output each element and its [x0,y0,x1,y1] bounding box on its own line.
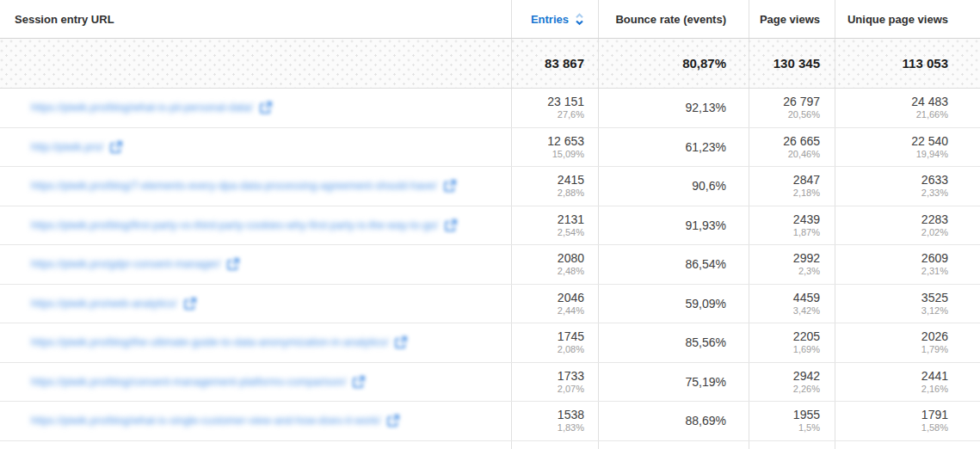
session-entry-url-link[interactable]: https://piwik.pro/blog/what-is-pii-perso… [31,101,253,114]
bounce-rate-cell: 91,93% [598,206,749,245]
bounce-rate-cell: 85,56% [598,323,749,362]
page-views-cell: 2942 2,26% [749,363,835,402]
session-entry-url-link[interactable]: https://piwik.pro/blog/7-elements-every-… [31,180,437,192]
entries-value: 1745 [558,329,584,344]
session-entry-url-link[interactable]: https://piwik.pro/gdpr-consent-manager/ [31,258,220,270]
table-row: http://piwik.pro/ 12 653 15,09% 61,23% 2… [0,128,980,168]
unique-page-views-share: 3,12% [921,305,948,317]
table-row: https://piwik.pro/web-analytics/ 2046 2,… [0,285,980,324]
column-header-entries[interactable]: Entries [511,0,598,38]
external-link-icon[interactable] [445,219,457,231]
external-link-icon[interactable] [110,141,122,153]
bounce-rate-cell: 92,13% [598,89,749,127]
entries-share: 2,44% [558,305,584,317]
entries-value: 2080 [558,251,584,266]
page-views-share: 1,69% [793,344,820,355]
unique-page-views-share: 19,94% [916,149,948,160]
entries-value: 1733 [558,369,584,384]
entries-value: 1538 [558,408,584,422]
cutoff-row-sliver [0,441,980,449]
session-entry-url-link[interactable]: https://piwik.pro/blog/consent-managemen… [31,376,346,388]
totals-bounce-rate: 80,87% [598,39,749,88]
session-entry-url-link[interactable]: https://piwik.pro/web-analytics/ [31,298,177,310]
entries-share: 27,6% [558,109,584,120]
page-views-value: 26 797 [783,95,820,109]
external-link-icon[interactable] [260,101,272,114]
unique-page-views-value: 2441 [921,369,948,384]
column-header-session-entry-url[interactable]: Session entry URL [0,0,511,38]
column-header-unique-page-views[interactable]: Unique page views [835,0,980,38]
session-entry-url-link[interactable]: https://piwik.pro/blog/the-ultimate-guid… [31,336,388,348]
external-link-icon[interactable] [395,336,407,348]
unique-page-views-value: 2026 [921,329,948,344]
totals-unique-page-views: 113 053 [835,39,980,88]
page-views-cell: 2847 2,18% [749,167,835,206]
external-link-icon[interactable] [184,298,196,310]
bounce-rate-cell: 75,19% [598,363,749,402]
session-entry-url-cell: http://piwik.pro/ [0,128,511,167]
page-views-value: 2205 [793,329,820,344]
table-row: https://piwik.pro/blog/what-is-single-cu… [0,402,980,441]
entries-value: 23 151 [547,95,584,109]
column-header-label: Unique page views [847,13,948,26]
page-views-value: 2942 [793,369,820,384]
unique-page-views-value: 22 540 [911,134,948,149]
column-header-label: Session entry URL [15,13,114,26]
sort-arrows-icon[interactable] [575,13,584,26]
column-header-page-views[interactable]: Page views [749,0,835,38]
totals-url-cell [0,39,511,88]
page-views-value: 2992 [793,251,820,266]
page-views-share: 20,46% [788,149,820,160]
entries-cell: 23 151 27,6% [511,89,598,127]
session-entry-url-link[interactable]: http://piwik.pro/ [31,141,103,153]
entries-cell: 2080 2,48% [511,245,598,284]
session-entry-url-cell: https://piwik.pro/web-analytics/ [0,285,511,323]
unique-page-views-cell: 2609 2,31% [835,245,980,284]
totals-entries: 83 867 [511,39,598,88]
entries-cell: 2415 2,88% [511,167,598,206]
table-row: https://piwik.pro/blog/7-elements-every-… [0,167,980,206]
entries-share: 1,83% [558,422,584,434]
bounce-rate-cell: 59,09% [598,285,749,323]
page-views-share: 1,5% [798,422,820,434]
session-entry-url-link[interactable]: https://piwik.pro/blog/first-party-vs-th… [31,219,438,231]
unique-page-views-share: 1,58% [921,422,948,434]
column-header-bounce-rate[interactable]: Bounce rate (events) [598,0,749,38]
column-header-label: Bounce rate (events) [615,13,726,26]
external-link-icon[interactable] [444,180,456,192]
unique-page-views-value: 2283 [921,212,948,227]
unique-page-views-value: 2633 [921,173,948,188]
unique-page-views-cell: 24 483 21,66% [835,89,980,127]
external-link-icon[interactable] [353,376,365,388]
unique-page-views-value: 3525 [921,291,948,305]
cutoff-cell [749,441,835,449]
unique-page-views-share: 2,31% [921,266,948,277]
entries-cell: 1733 2,07% [511,363,598,402]
page-views-share: 3,42% [793,305,820,317]
bounce-rate-cell: 61,23% [598,128,749,167]
session-entry-url-link[interactable]: https://piwik.pro/blog/what-is-single-cu… [31,415,380,427]
page-views-cell: 26 665 20,46% [749,128,835,167]
unique-page-views-cell: 2026 1,79% [835,323,980,362]
bounce-rate-value: 61,23% [686,140,726,154]
session-entry-url-cell: https://piwik.pro/blog/what-is-single-cu… [0,402,511,440]
entries-share: 15,09% [552,149,584,160]
external-link-icon[interactable] [387,415,399,427]
bounce-rate-value: 85,56% [686,335,726,349]
entries-cell: 2046 2,44% [511,285,598,323]
page-views-cell: 2992 2,3% [749,245,835,284]
column-header-label: Entries [531,13,569,26]
entries-cell: 1745 2,08% [511,323,598,362]
page-views-share: 20,56% [788,109,820,120]
entries-value: 2415 [558,173,584,188]
table-row: https://piwik.pro/gdpr-consent-manager/ … [0,245,980,285]
entries-cell: 12 653 15,09% [511,128,598,167]
external-link-icon[interactable] [227,258,239,270]
unique-page-views-share: 21,66% [916,109,948,120]
unique-page-views-value: 1791 [921,408,948,422]
totals-row: 83 867 80,87% 130 345 113 053 [0,39,980,89]
unique-page-views-cell: 2283 2,02% [835,206,980,245]
entries-cell: 2131 2,54% [511,206,598,245]
totals-page-views: 130 345 [749,39,835,88]
page-views-value: 26 665 [783,134,820,149]
